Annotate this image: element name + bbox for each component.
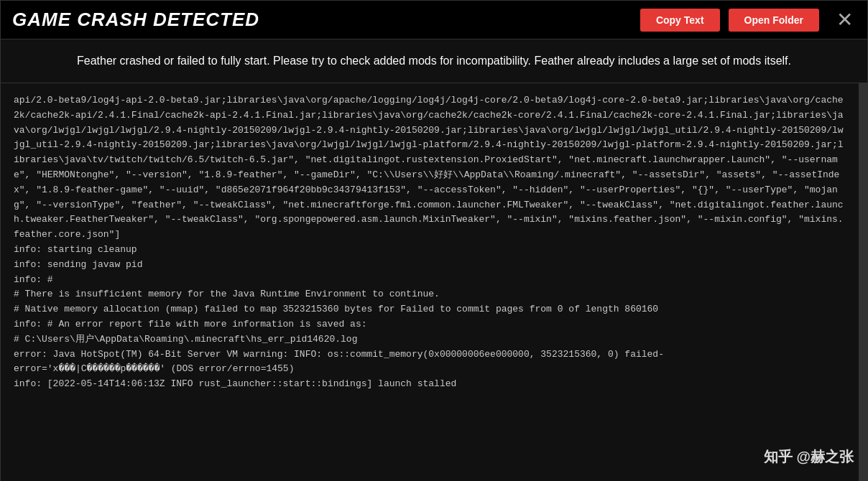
copy-text-button[interactable]: Copy Text [640,9,720,32]
header-buttons: Copy Text Open Folder ✕ [640,9,856,32]
subtitle-text: Feather crashed or failed to fully start… [77,55,791,67]
modal-header: GAME CRASH DETECTED Copy Text Open Folde… [1,1,867,39]
open-folder-button[interactable]: Open Folder [729,9,819,32]
log-content[interactable]: api/2.0-beta9/log4j-api-2.0-beta9.jar;li… [1,83,867,481]
subtitle-bar: Feather crashed or failed to fully start… [1,39,867,83]
close-button[interactable]: ✕ [834,10,856,30]
crash-modal: GAME CRASH DETECTED Copy Text Open Folde… [0,0,868,481]
modal-title: GAME CRASH DETECTED [12,9,259,31]
